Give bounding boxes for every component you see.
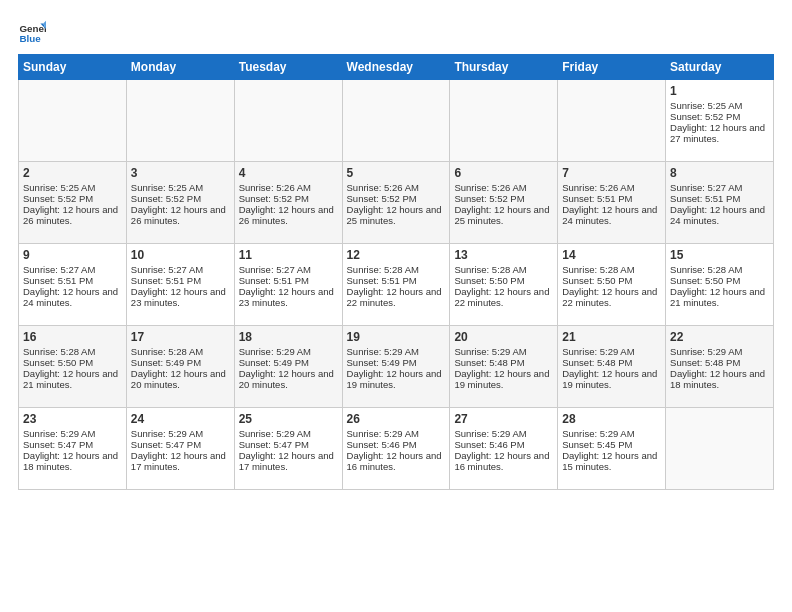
daylight-text: Daylight: 12 hours and 17 minutes. bbox=[131, 450, 226, 472]
sunset-text: Sunset: 5:47 PM bbox=[239, 439, 309, 450]
sunset-text: Sunset: 5:52 PM bbox=[131, 193, 201, 204]
calendar-cell: 1Sunrise: 5:25 AMSunset: 5:52 PMDaylight… bbox=[666, 80, 774, 162]
daylight-text: Daylight: 12 hours and 27 minutes. bbox=[670, 122, 765, 144]
calendar-cell: 15Sunrise: 5:28 AMSunset: 5:50 PMDayligh… bbox=[666, 244, 774, 326]
sunrise-text: Sunrise: 5:29 AM bbox=[347, 428, 419, 439]
calendar-cell: 27Sunrise: 5:29 AMSunset: 5:46 PMDayligh… bbox=[450, 408, 558, 490]
week-row-3: 16Sunrise: 5:28 AMSunset: 5:50 PMDayligh… bbox=[19, 326, 774, 408]
calendar-cell: 9Sunrise: 5:27 AMSunset: 5:51 PMDaylight… bbox=[19, 244, 127, 326]
sunset-text: Sunset: 5:52 PM bbox=[23, 193, 93, 204]
calendar-cell: 5Sunrise: 5:26 AMSunset: 5:52 PMDaylight… bbox=[342, 162, 450, 244]
calendar-cell: 22Sunrise: 5:29 AMSunset: 5:48 PMDayligh… bbox=[666, 326, 774, 408]
sunset-text: Sunset: 5:52 PM bbox=[454, 193, 524, 204]
calendar-cell bbox=[342, 80, 450, 162]
day-number: 8 bbox=[670, 166, 769, 180]
calendar-cell: 6Sunrise: 5:26 AMSunset: 5:52 PMDaylight… bbox=[450, 162, 558, 244]
header-day-tuesday: Tuesday bbox=[234, 55, 342, 80]
sunrise-text: Sunrise: 5:27 AM bbox=[131, 264, 203, 275]
daylight-text: Daylight: 12 hours and 20 minutes. bbox=[131, 368, 226, 390]
calendar-cell: 24Sunrise: 5:29 AMSunset: 5:47 PMDayligh… bbox=[126, 408, 234, 490]
daylight-text: Daylight: 12 hours and 22 minutes. bbox=[347, 286, 442, 308]
header-day-sunday: Sunday bbox=[19, 55, 127, 80]
sunrise-text: Sunrise: 5:27 AM bbox=[23, 264, 95, 275]
calendar-cell: 4Sunrise: 5:26 AMSunset: 5:52 PMDaylight… bbox=[234, 162, 342, 244]
calendar-cell: 26Sunrise: 5:29 AMSunset: 5:46 PMDayligh… bbox=[342, 408, 450, 490]
calendar-cell: 23Sunrise: 5:29 AMSunset: 5:47 PMDayligh… bbox=[19, 408, 127, 490]
sunset-text: Sunset: 5:49 PM bbox=[131, 357, 201, 368]
daylight-text: Daylight: 12 hours and 16 minutes. bbox=[454, 450, 549, 472]
daylight-text: Daylight: 12 hours and 18 minutes. bbox=[670, 368, 765, 390]
sunset-text: Sunset: 5:51 PM bbox=[347, 275, 417, 286]
header-day-friday: Friday bbox=[558, 55, 666, 80]
header-day-thursday: Thursday bbox=[450, 55, 558, 80]
day-number: 20 bbox=[454, 330, 553, 344]
sunrise-text: Sunrise: 5:26 AM bbox=[454, 182, 526, 193]
sunset-text: Sunset: 5:50 PM bbox=[670, 275, 740, 286]
logo: General Blue bbox=[18, 18, 50, 46]
header: General Blue bbox=[18, 18, 774, 46]
sunrise-text: Sunrise: 5:26 AM bbox=[239, 182, 311, 193]
sunrise-text: Sunrise: 5:29 AM bbox=[347, 346, 419, 357]
sunset-text: Sunset: 5:51 PM bbox=[239, 275, 309, 286]
daylight-text: Daylight: 12 hours and 21 minutes. bbox=[670, 286, 765, 308]
sunrise-text: Sunrise: 5:29 AM bbox=[562, 428, 634, 439]
day-number: 15 bbox=[670, 248, 769, 262]
day-number: 27 bbox=[454, 412, 553, 426]
sunset-text: Sunset: 5:49 PM bbox=[347, 357, 417, 368]
sunset-text: Sunset: 5:51 PM bbox=[131, 275, 201, 286]
day-number: 22 bbox=[670, 330, 769, 344]
calendar-cell bbox=[558, 80, 666, 162]
calendar-cell: 16Sunrise: 5:28 AMSunset: 5:50 PMDayligh… bbox=[19, 326, 127, 408]
day-number: 1 bbox=[670, 84, 769, 98]
day-number: 21 bbox=[562, 330, 661, 344]
sunrise-text: Sunrise: 5:29 AM bbox=[454, 428, 526, 439]
daylight-text: Daylight: 12 hours and 22 minutes. bbox=[562, 286, 657, 308]
day-number: 26 bbox=[347, 412, 446, 426]
sunrise-text: Sunrise: 5:25 AM bbox=[131, 182, 203, 193]
sunrise-text: Sunrise: 5:25 AM bbox=[670, 100, 742, 111]
daylight-text: Daylight: 12 hours and 19 minutes. bbox=[347, 368, 442, 390]
sunset-text: Sunset: 5:50 PM bbox=[454, 275, 524, 286]
week-row-4: 23Sunrise: 5:29 AMSunset: 5:47 PMDayligh… bbox=[19, 408, 774, 490]
svg-text:Blue: Blue bbox=[19, 33, 41, 44]
calendar-cell bbox=[19, 80, 127, 162]
day-number: 12 bbox=[347, 248, 446, 262]
sunrise-text: Sunrise: 5:29 AM bbox=[131, 428, 203, 439]
day-number: 13 bbox=[454, 248, 553, 262]
calendar-cell: 3Sunrise: 5:25 AMSunset: 5:52 PMDaylight… bbox=[126, 162, 234, 244]
calendar-table: SundayMondayTuesdayWednesdayThursdayFrid… bbox=[18, 54, 774, 490]
sunrise-text: Sunrise: 5:27 AM bbox=[239, 264, 311, 275]
day-number: 7 bbox=[562, 166, 661, 180]
calendar-cell: 13Sunrise: 5:28 AMSunset: 5:50 PMDayligh… bbox=[450, 244, 558, 326]
sunrise-text: Sunrise: 5:25 AM bbox=[23, 182, 95, 193]
calendar-cell: 2Sunrise: 5:25 AMSunset: 5:52 PMDaylight… bbox=[19, 162, 127, 244]
day-number: 10 bbox=[131, 248, 230, 262]
daylight-text: Daylight: 12 hours and 26 minutes. bbox=[23, 204, 118, 226]
calendar-cell: 14Sunrise: 5:28 AMSunset: 5:50 PMDayligh… bbox=[558, 244, 666, 326]
calendar-cell: 28Sunrise: 5:29 AMSunset: 5:45 PMDayligh… bbox=[558, 408, 666, 490]
sunrise-text: Sunrise: 5:28 AM bbox=[454, 264, 526, 275]
sunset-text: Sunset: 5:47 PM bbox=[23, 439, 93, 450]
week-row-1: 2Sunrise: 5:25 AMSunset: 5:52 PMDaylight… bbox=[19, 162, 774, 244]
day-number: 9 bbox=[23, 248, 122, 262]
daylight-text: Daylight: 12 hours and 25 minutes. bbox=[454, 204, 549, 226]
sunset-text: Sunset: 5:49 PM bbox=[239, 357, 309, 368]
sunrise-text: Sunrise: 5:28 AM bbox=[23, 346, 95, 357]
daylight-text: Daylight: 12 hours and 23 minutes. bbox=[131, 286, 226, 308]
daylight-text: Daylight: 12 hours and 22 minutes. bbox=[454, 286, 549, 308]
sunrise-text: Sunrise: 5:26 AM bbox=[562, 182, 634, 193]
daylight-text: Daylight: 12 hours and 19 minutes. bbox=[562, 368, 657, 390]
calendar-cell bbox=[126, 80, 234, 162]
calendar-cell: 8Sunrise: 5:27 AMSunset: 5:51 PMDaylight… bbox=[666, 162, 774, 244]
calendar-cell: 10Sunrise: 5:27 AMSunset: 5:51 PMDayligh… bbox=[126, 244, 234, 326]
sunset-text: Sunset: 5:51 PM bbox=[562, 193, 632, 204]
calendar-cell: 25Sunrise: 5:29 AMSunset: 5:47 PMDayligh… bbox=[234, 408, 342, 490]
sunset-text: Sunset: 5:48 PM bbox=[670, 357, 740, 368]
sunset-text: Sunset: 5:52 PM bbox=[239, 193, 309, 204]
sunset-text: Sunset: 5:47 PM bbox=[131, 439, 201, 450]
day-number: 5 bbox=[347, 166, 446, 180]
sunrise-text: Sunrise: 5:28 AM bbox=[131, 346, 203, 357]
sunset-text: Sunset: 5:46 PM bbox=[347, 439, 417, 450]
daylight-text: Daylight: 12 hours and 18 minutes. bbox=[23, 450, 118, 472]
sunset-text: Sunset: 5:52 PM bbox=[347, 193, 417, 204]
